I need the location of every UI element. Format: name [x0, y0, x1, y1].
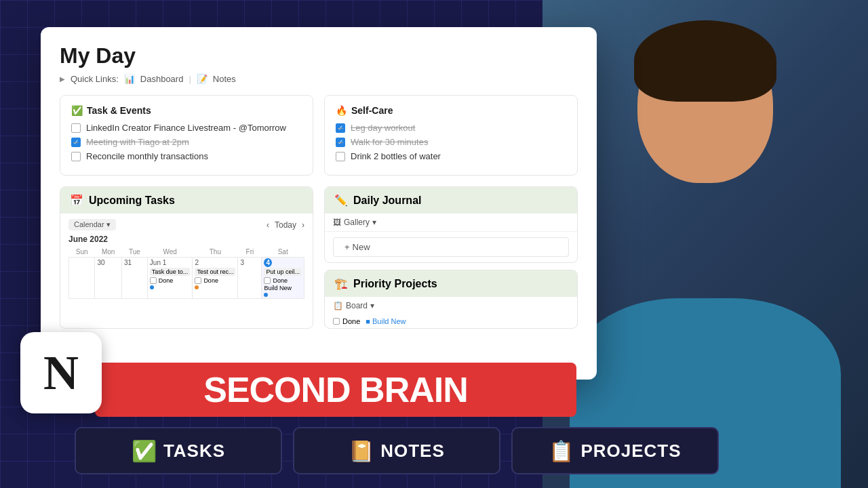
top-two-col: ✅ Task & Events LinkedIn Creator Finance…	[60, 95, 578, 176]
notes-badge: 📔 NOTES	[293, 427, 500, 474]
divider: |	[189, 74, 191, 84]
table-row: 30 31 Jun 1 Task due to... Done	[69, 258, 304, 299]
dashboard-link[interactable]: Dashboard	[140, 74, 184, 84]
col-fri: Fri	[238, 247, 262, 258]
notion-logo: N	[20, 332, 102, 413]
selfcare-label-3: Drink 2 bottles of water	[351, 151, 441, 161]
cal-cell[interactable]: 30	[95, 258, 121, 299]
notes-link[interactable]: Notes	[213, 74, 236, 84]
task-item-2[interactable]: ✓ Meeting with Tiago at 2pm	[71, 137, 302, 147]
col-mon: Mon	[95, 247, 121, 258]
calendar-month: June 2022	[68, 235, 304, 244]
gallery-toolbar: 🖼 Gallery ▾	[325, 214, 577, 232]
plus-icon: +	[344, 242, 350, 252]
cal-event: Task due to...	[150, 268, 191, 276]
col-wed: Wed	[147, 247, 193, 258]
upcoming-tasks-section: 📅 Upcoming Tasks Calendar ▾ ‹ Today ›	[60, 186, 313, 329]
calendar-grid: Sun Mon Tue Wed Thu Fri Sat	[68, 247, 304, 299]
badges-row: ✅ TASKS 📔 NOTES 📋 PROJECTS	[75, 427, 719, 474]
calendar-nav: Calendar ▾	[68, 219, 116, 230]
cal-checkbox[interactable]	[195, 277, 201, 284]
upcoming-title: Upcoming Tasks	[89, 195, 175, 207]
selfcare-item-3[interactable]: Drink 2 bottles of water	[336, 151, 566, 161]
new-label: New	[353, 242, 370, 252]
bottom-two-col: 📅 Upcoming Tasks Calendar ▾ ‹ Today ›	[60, 186, 578, 329]
cal-cell-today[interactable]: 4 Put up ceil... Done Build New	[262, 258, 304, 299]
notes-icon: 📝	[197, 74, 208, 84]
cal-cell[interactable]: Jun 1 Task due to... Done	[147, 258, 193, 299]
board-done-items: Done ■ Build New	[325, 314, 577, 328]
notion-logo-letter: N	[43, 345, 79, 401]
notes-badge-label: NOTES	[380, 441, 445, 462]
board-build-item: ■ Build New	[366, 317, 406, 325]
tasks-badge-label: TASKS	[163, 441, 225, 462]
cal-done-label: Done	[203, 277, 218, 284]
priority-projects-section: 🏗️ Priority Projects 📋 Board ▾ Done	[324, 270, 578, 329]
task-checkbox-2[interactable]: ✓	[71, 138, 81, 147]
projects-badge-label: PROJECTS	[580, 441, 681, 462]
cal-event: Test out rec...	[195, 268, 235, 276]
notes-badge-icon: 📔	[349, 439, 374, 463]
quick-links-bar: ▶ Quick Links: 📊 Dashboard | 📝 Notes	[60, 74, 578, 84]
cal-checkbox[interactable]	[264, 277, 271, 284]
notion-window: My Day ▶ Quick Links: 📊 Dashboard | 📝 No…	[41, 27, 597, 380]
tasks-card-title: ✅ Task & Events	[71, 105, 302, 116]
cal-done-label: Done	[159, 277, 174, 284]
gallery-label: Gallery	[344, 218, 370, 227]
page-title: My Day	[60, 43, 578, 68]
col-thu: Thu	[193, 247, 238, 258]
board-label: Board	[346, 301, 368, 310]
col-sun: Sun	[69, 247, 95, 258]
today-btn[interactable]: Today	[275, 220, 296, 230]
upcoming-tasks-header: 📅 Upcoming Tasks	[60, 187, 313, 214]
cal-checkbox[interactable]	[150, 277, 157, 284]
selfcare-checkbox-3[interactable]	[336, 152, 345, 161]
task-label-2: Meeting with Tiago at 2pm	[86, 137, 189, 147]
cal-dot	[264, 293, 268, 297]
calendar-toolbar: Calendar ▾ ‹ Today ›	[68, 219, 304, 230]
selfcare-card-title: 🔥 Self-Care	[336, 105, 566, 116]
calendar-date-nav: ‹ Today ›	[267, 220, 304, 230]
right-panels: ✏️ Daily Journal 🖼 Gallery ▾ + New	[324, 186, 578, 329]
calendar-view-btn[interactable]: Calendar ▾	[68, 219, 116, 230]
daily-journal-section: ✏️ Daily Journal 🖼 Gallery ▾ + New	[324, 186, 578, 263]
second-brain-banner: SECOND BRAIN	[95, 363, 576, 417]
task-item-1[interactable]: LinkedIn Creator Finance Livestream - @T…	[71, 123, 302, 133]
projects-badge-icon: 📋	[549, 439, 574, 463]
tasks-badge: ✅ TASKS	[75, 427, 282, 474]
projects-badge: 📋 PROJECTS	[511, 427, 719, 474]
task-checkbox-1[interactable]	[71, 123, 81, 133]
daily-journal-title: Daily Journal	[353, 195, 421, 207]
calendar-mini: Calendar ▾ ‹ Today › June 2022 Sun	[60, 214, 313, 304]
selfcare-card: 🔥 Self-Care ✓ Leg day workout ✓ Walk for…	[324, 95, 578, 176]
cal-cell[interactable]: 3	[238, 258, 262, 299]
selfcare-item-2[interactable]: ✓ Walk for 30 minutes	[336, 137, 566, 147]
board-toolbar: 📋 Board ▾	[325, 297, 577, 314]
prev-btn[interactable]: ‹	[267, 220, 269, 230]
new-entry-button[interactable]: + New	[333, 237, 569, 257]
cal-cell[interactable]	[69, 258, 95, 299]
cal-dot	[195, 285, 199, 289]
selfcare-checkbox-1[interactable]: ✓	[336, 123, 345, 133]
tasks-checkbox-icon: ✅	[71, 105, 83, 116]
cal-cell[interactable]: 2 Test out rec... Done	[193, 258, 238, 299]
next-btn[interactable]: ›	[302, 220, 304, 230]
board-done-label: Done	[342, 317, 360, 325]
task-item-3[interactable]: Reconcile monthly transactions	[71, 151, 302, 161]
daily-journal-header: ✏️ Daily Journal	[325, 187, 577, 214]
cal-cell[interactable]: 31	[121, 258, 147, 299]
selfcare-item-1[interactable]: ✓ Leg day workout	[336, 123, 566, 133]
cal-dot	[150, 285, 154, 289]
task-label-1: LinkedIn Creator Finance Livestream - @T…	[86, 123, 286, 133]
priority-projects-header: 🏗️ Priority Projects	[325, 270, 577, 297]
selfcare-checkbox-2[interactable]: ✓	[336, 138, 345, 147]
board-checkbox[interactable]	[333, 318, 340, 325]
cal-event: Put up ceil...	[264, 268, 302, 276]
task-checkbox-3[interactable]	[71, 152, 81, 161]
priority-icon: 🏗️	[334, 277, 348, 290]
board-build-label: ■ Build New	[366, 317, 406, 325]
selfcare-label-2: Walk for 30 minutes	[351, 137, 428, 147]
board-icon: 📋	[333, 301, 343, 310]
calendar-icon: 📅	[70, 194, 83, 207]
gallery-icon: 🖼	[333, 218, 341, 227]
